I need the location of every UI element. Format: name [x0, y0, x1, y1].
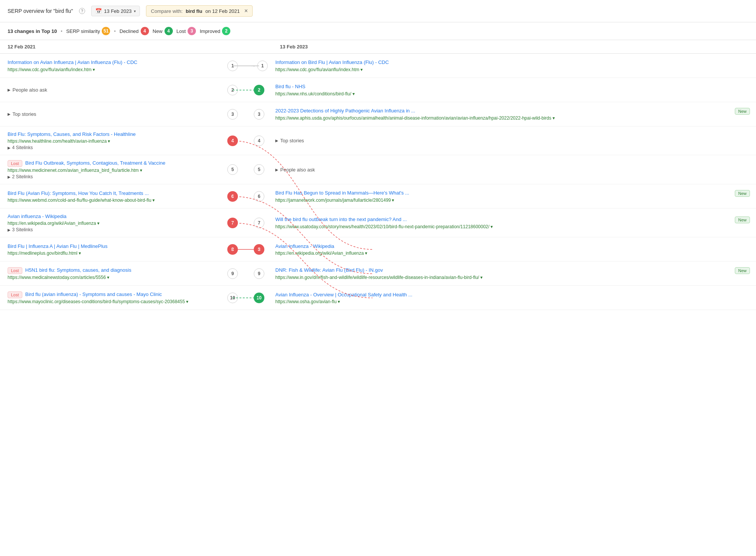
result-url: https://medlineplus.gov/birdflu.html▾: [8, 251, 213, 256]
result-link[interactable]: Bird Flu Has Begun to Spread in Mammals—…: [275, 190, 732, 196]
url-dropdown-icon[interactable]: ▾: [93, 67, 95, 72]
result-link[interactable]: Bird flu (avian influenza) - Symptoms an…: [25, 291, 162, 298]
url-dropdown-icon[interactable]: ▾: [365, 251, 367, 256]
rank-circle: 3: [254, 109, 264, 120]
url-dropdown-icon[interactable]: ▾: [79, 251, 81, 256]
feature-label: Top stories: [280, 138, 304, 143]
right-col-header: 13 Feb 2023: [280, 44, 748, 50]
result-url: https://www.mayoclinic.org/diseases-cond…: [8, 299, 213, 304]
left-col-header: 12 Feb 2021: [8, 44, 227, 50]
result-link[interactable]: 2022-2023 Detections of Highly Pathogeni…: [275, 107, 732, 114]
help-icon[interactable]: ?: [79, 8, 85, 14]
right-rank-area: 9: [246, 262, 272, 285]
left-cell: LostH5N1 bird flu: Symptoms, causes, and…: [0, 262, 219, 285]
url-dropdown-icon[interactable]: ▾: [352, 91, 355, 97]
result-link[interactable]: Information on Avian Influenza | Avian I…: [8, 59, 137, 66]
rank-circle: 9: [254, 268, 264, 279]
table-row: LostBird Flu Outbreak, Symptoms, Contagi…: [0, 155, 756, 184]
right-cell: 2022-2023 Detections of Highly Pathogeni…: [272, 102, 756, 126]
sitelinks[interactable]: ▶2 Sitelinks: [8, 174, 213, 179]
compare-close-button[interactable]: ×: [244, 8, 248, 14]
left-cell: LostBird Flu Outbreak, Symptoms, Contagi…: [0, 155, 219, 184]
right-rank-area: 10: [246, 286, 272, 310]
stats-bar: 13 changes in Top 10 • SERP similarity 5…: [0, 22, 756, 40]
rank-circle: 7: [254, 218, 264, 228]
rank-circle: 2: [254, 85, 264, 95]
expand-arrow: ▶: [275, 168, 278, 172]
result-url: https://www.medicalnewstoday.com/article…: [8, 275, 213, 280]
left-rank-area: 2: [219, 78, 246, 102]
page-title: SERP overview for "bird flu": [8, 8, 73, 14]
right-rank-area: 5: [246, 155, 272, 184]
left-cell: Bird Flu (Avian Flu): Symptoms, How You …: [0, 184, 219, 208]
url-dropdown-icon[interactable]: ▾: [108, 139, 110, 144]
url-dropdown-icon[interactable]: ▾: [97, 221, 99, 226]
url-dropdown-icon[interactable]: ▾: [553, 115, 555, 121]
table-row: LostH5N1 bird flu: Symptoms, causes, and…: [0, 262, 756, 286]
improved-badge: 2: [222, 27, 230, 35]
left-rank-area: 5: [219, 155, 246, 184]
result-link[interactable]: Information on Bird Flu | Avian Influenz…: [275, 59, 750, 66]
right-rank-area: 8: [246, 237, 272, 261]
sitelinks[interactable]: ▶3 Sitelinks: [8, 227, 213, 232]
right-cell: ▶People also ask: [272, 155, 756, 184]
url-dropdown-icon[interactable]: ▾: [480, 275, 483, 280]
improved-stat: Improved 2: [200, 27, 230, 35]
result-link[interactable]: Bird Flu (Avian Flu): Symptoms, How You …: [8, 190, 149, 197]
lost-label: Lost: [177, 28, 186, 34]
left-cell: ▶Top stories: [0, 102, 219, 126]
url-dropdown-icon[interactable]: ▾: [491, 224, 493, 229]
url-dropdown-icon[interactable]: ▾: [140, 168, 142, 173]
rank-circle: 7: [227, 218, 238, 228]
special-feature[interactable]: ▶People also ask: [8, 87, 213, 93]
result-link[interactable]: Avian influenza - Wikipedia: [8, 213, 67, 220]
lost-tag: Lost: [8, 160, 22, 167]
result-url: https://www.osha.gov/avian-flu▾: [275, 299, 750, 304]
right-rank-area: →1: [246, 54, 272, 78]
right-cell: Information on Bird Flu | Avian Influenz…: [272, 54, 756, 78]
result-link[interactable]: Bird Flu Outbreak, Symptoms, Contagious,…: [25, 160, 165, 167]
result-link[interactable]: Bird Flu | Influenza A | Avian Flu | Med…: [8, 243, 107, 250]
left-cell: Information on Avian Influenza | Avian I…: [0, 54, 219, 78]
table-row: LostBird flu (avian influenza) - Symptom…: [0, 286, 756, 310]
url-dropdown-icon[interactable]: ▾: [360, 67, 363, 72]
url-dropdown-icon[interactable]: ▾: [152, 198, 155, 203]
rank-circle: 6: [227, 191, 238, 202]
url-dropdown-icon[interactable]: ▾: [392, 198, 394, 203]
left-cell: Bird Flu: Symptoms, Causes, and Risk Fac…: [0, 126, 219, 155]
left-rank-area: 4: [219, 126, 246, 155]
table-row: Bird Flu (Avian Flu): Symptoms, How You …: [0, 184, 756, 209]
result-link[interactable]: Avian influenza - Wikipedia: [275, 243, 750, 250]
result-url: https://www.medicinenet.com/avian_influe…: [8, 168, 213, 173]
expand-arrow: ▶: [8, 112, 11, 116]
left-rank-area: 8: [219, 237, 246, 261]
result-url: https://en.wikipedia.org/wiki/Avian_infl…: [275, 251, 750, 256]
declined-stat: Declined 4: [120, 27, 149, 35]
sitelinks[interactable]: ▶4 Sitelinks: [8, 145, 213, 150]
url-dropdown-icon[interactable]: ▾: [107, 275, 109, 280]
date-picker[interactable]: 📅 13 Feb 2023 ▾: [91, 6, 140, 16]
lost-tag: Lost: [8, 267, 22, 274]
rank-circle: 2: [227, 85, 238, 95]
compare-date: on 12 Feb 2021: [205, 8, 240, 14]
result-link[interactable]: Bird flu - NHS: [275, 83, 750, 90]
result-link[interactable]: Will the bird flu outbreak turn into the…: [275, 216, 732, 223]
left-rank-area: 10: [219, 286, 246, 310]
feature-label: People also ask: [12, 87, 47, 93]
url-dropdown-icon[interactable]: ▾: [186, 299, 188, 304]
left-cell: Avian influenza - Wikipediahttps://en.wi…: [0, 209, 219, 237]
right-special-feature[interactable]: ▶Top stories: [275, 138, 750, 143]
rank-circle: 1: [257, 61, 268, 71]
result-link[interactable]: H5N1 bird flu: Symptoms, causes, and dia…: [25, 267, 131, 274]
right-special-feature[interactable]: ▶People also ask: [275, 167, 750, 173]
sitelinks-arrow: ▶: [8, 175, 11, 179]
result-url: https://www.cdc.gov/flu/avianflu/index.h…: [275, 67, 750, 72]
special-feature[interactable]: ▶Top stories: [8, 111, 213, 117]
result-url: https://www.webmd.com/cold-and-flu/flu-g…: [8, 198, 213, 203]
compare-banner: Compare with: bird flu on 12 Feb 2021 ×: [146, 5, 253, 17]
left-rank-area: 3: [219, 102, 246, 126]
url-dropdown-icon[interactable]: ▾: [338, 299, 340, 304]
result-link[interactable]: Avian Influenza - Overview | Occupationa…: [275, 291, 750, 298]
result-link[interactable]: DNR: Fish & Wildlife: Avian Flu (Bird Fl…: [275, 267, 732, 274]
result-link[interactable]: Bird Flu: Symptoms, Causes, and Risk Fac…: [8, 131, 136, 138]
